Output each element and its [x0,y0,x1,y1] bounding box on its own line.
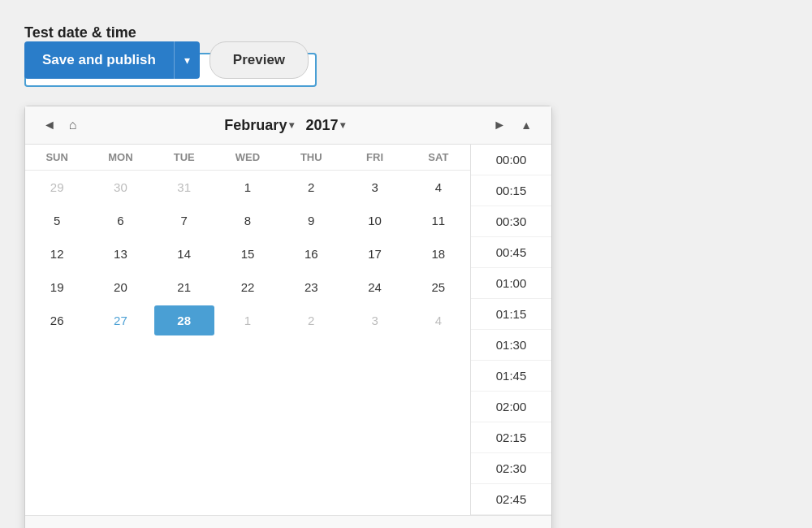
calendar-day[interactable]: 17 [344,239,404,269]
calendar-day[interactable]: 30 [90,172,150,202]
next-month-button[interactable]: ► [486,115,512,136]
month-label: February [224,117,287,134]
preview-button[interactable]: Preview [209,41,309,79]
day-name-sun: SUN [25,145,89,170]
time-item[interactable]: 00:30 [471,206,551,237]
year-label: 2017 [305,117,338,134]
calendar-day[interactable]: 13 [90,239,150,269]
day-name-wed: WED [216,145,279,170]
calendar-day[interactable]: 4 [408,172,469,202]
day-name-mon: MON [89,145,152,170]
calendar-day[interactable]: 3 [344,305,404,335]
time-item[interactable]: 01:45 [471,361,551,392]
prev-month-button[interactable]: ◄ [37,115,63,136]
time-item[interactable]: 02:30 [471,453,551,484]
time-item[interactable]: 01:00 [471,268,551,299]
day-name-thu: THU [279,145,343,170]
calendar-body: SUN MON TUE WED THU FRI SAT 293031123456… [25,145,551,515]
calendar-day[interactable]: 4 [408,305,469,335]
calendar-day[interactable]: 14 [154,239,214,269]
calendar-footer: ▼ [25,515,551,528]
save-button-container: Save and publish ▾ [24,41,200,79]
calendar-day[interactable]: 12 [27,239,87,269]
time-down-button[interactable]: ▼ [274,521,302,528]
time-item[interactable]: 00:45 [471,237,551,268]
calendar-day[interactable]: 18 [408,239,469,269]
month-selector[interactable]: February ▾ [221,115,297,136]
calendar-day[interactable]: 9 [281,206,341,236]
time-item[interactable]: 01:30 [471,330,551,361]
time-item[interactable]: 02:45 [471,484,551,515]
calendar-day[interactable]: 31 [154,172,214,202]
calendar-day[interactable]: 15 [218,239,278,269]
calendar-day[interactable]: 5 [27,206,87,236]
calendar-day[interactable]: 3 [344,172,404,202]
calendar-day[interactable]: 7 [154,206,214,236]
time-list[interactable]: 00:0000:1500:3000:4501:0001:1501:3001:45… [471,145,551,515]
calendar-day[interactable]: 24 [344,272,404,302]
save-dropdown-button[interactable]: ▾ [174,41,200,79]
calendar-day[interactable]: 25 [408,272,469,302]
calendar-day[interactable]: 27 [90,305,150,335]
calendar-day[interactable]: 22 [218,272,278,302]
calendar-day[interactable]: 28 [154,305,214,335]
time-item[interactable]: 00:15 [471,175,551,206]
bottom-buttons: Save and publish ▾ Preview [24,41,309,79]
time-up-button[interactable]: ▲ [512,115,540,135]
field-label: Test date & time [24,24,788,41]
day-name-fri: FRI [343,145,406,170]
calendar-day[interactable]: 19 [27,272,87,302]
calendar-day[interactable]: 8 [218,206,278,236]
calendar-day[interactable]: 1 [218,172,278,202]
calendar-day[interactable]: 2 [281,305,341,335]
time-section: 00:0000:1500:3000:4501:0001:1501:3001:45… [470,145,551,515]
time-item[interactable]: 02:15 [471,422,551,453]
day-names-header: SUN MON TUE WED THU FRI SAT [25,145,470,171]
calendar-day[interactable]: 10 [344,206,404,236]
year-selector[interactable]: 2017 ▾ [302,115,348,136]
time-item[interactable]: 02:00 [471,392,551,422]
day-name-sat: SAT [407,145,470,170]
days-section: SUN MON TUE WED THU FRI SAT 293031123456… [25,145,470,515]
calendar-day[interactable]: 1 [218,305,278,335]
year-dropdown-arrow: ▾ [340,119,345,131]
calendar-day[interactable]: 21 [154,272,214,302]
calendar-day[interactable]: 2 [281,172,341,202]
calendar-day[interactable]: 6 [90,206,150,236]
calendar-day[interactable]: 26 [27,305,87,335]
calendar-day[interactable]: 16 [281,239,341,269]
time-item[interactable]: 01:15 [471,299,551,330]
calendar-day[interactable]: 11 [408,206,469,236]
day-name-tue: TUE [153,145,216,170]
home-button[interactable]: ⌂ [63,115,84,136]
month-year-selector: February ▾ 2017 ▾ [84,115,487,136]
calendar-day[interactable]: 20 [90,272,150,302]
save-publish-button[interactable]: Save and publish [24,41,174,79]
time-item[interactable]: 00:00 [471,145,551,175]
calendar-day[interactable]: 29 [27,172,87,202]
month-dropdown-arrow: ▾ [289,119,294,131]
calendar-day[interactable]: 23 [281,272,341,302]
calendar-popup: ◄ ⌂ February ▾ 2017 ▾ ► ▲ SUN MON [24,106,552,528]
calendar-header: ◄ ⌂ February ▾ 2017 ▾ ► ▲ [25,106,551,145]
days-grid: 2930311234567891011121314151617181920212… [25,171,470,337]
